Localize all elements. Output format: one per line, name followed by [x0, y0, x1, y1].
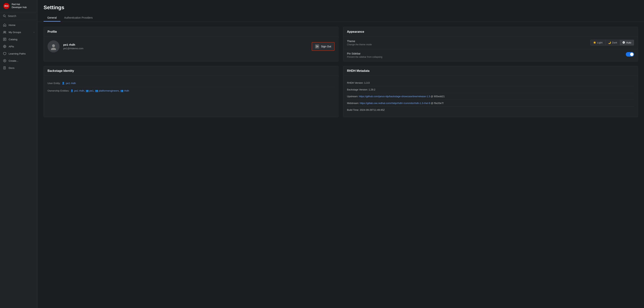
sidebar-item-apis[interactable]: APIs — [0, 43, 37, 50]
svg-point-19 — [51, 48, 56, 50]
theme-buttons: ☀️ Light 🌙 Dark 🅐 Auto — [590, 40, 634, 46]
search-item[interactable]: Search — [0, 12, 37, 20]
sidebar-item-docs[interactable]: Docs — [0, 64, 37, 71]
search-label: Search — [8, 15, 16, 18]
svg-point-5 — [5, 31, 6, 32]
backstage-identity-body: User Entity: 👤 pe1 rhdh Ownership Entiti… — [44, 76, 338, 98]
rhdh-metadata-card: RHDH Metadata RHDH Version: 1.3.0 Backst… — [343, 66, 638, 117]
pin-sidebar-text: Pin Sidebar Prevent the sidebar from col… — [347, 52, 382, 58]
theme-label: Theme — [347, 40, 372, 43]
group-icon-3: 👥 — [120, 89, 123, 92]
svg-point-4 — [4, 31, 5, 32]
tabs: General Authentication Providers — [44, 14, 638, 22]
rhdh-metadata-body: RHDH Version: 1.3.0 Backstage Version: 1… — [343, 76, 638, 117]
svg-text:RH: RH — [4, 5, 8, 8]
theme-row: Theme Change the theme mode ☀️ Light 🌙 D… — [343, 37, 638, 49]
pin-sidebar-row: Pin Sidebar Prevent the sidebar from col… — [343, 49, 638, 61]
user-entity-link[interactable]: pe1 rhdh — [66, 82, 76, 85]
api-icon — [3, 45, 6, 48]
theme-text: Theme Change the theme mode — [347, 40, 372, 46]
nav-home-label: Home — [9, 24, 16, 27]
profile-card-header: Profile — [44, 27, 338, 37]
meta-build-time: Build Time: 2024-09-26T11:49:45Z — [347, 107, 634, 113]
docs-icon — [3, 66, 6, 70]
profile-name: pe1 rhdh — [63, 43, 334, 46]
sidebar-nav: Home My Groups › Catalog — [0, 20, 37, 308]
nav-create-label: Create... — [9, 59, 18, 62]
svg-rect-20 — [316, 45, 317, 48]
profile-row: pe1 rhdh pe1@rhdemo.com Sign Out — [48, 40, 334, 53]
page-title: Settings — [44, 5, 638, 11]
group-icon — [3, 31, 6, 34]
profile-info: pe1 rhdh pe1@rhdemo.com — [63, 43, 334, 50]
logo-title: Red Hat — [12, 3, 27, 6]
ownership-rhdh-link[interactable]: rhdh — [124, 89, 129, 92]
main-content: Settings General Authentication Provider… — [38, 0, 644, 308]
meta-upstream: Upstream: https://github.com/janus-idp/b… — [347, 93, 634, 100]
pin-sidebar-label: Pin Sidebar — [347, 52, 382, 55]
sidebar-item-catalog[interactable]: Catalog — [0, 36, 37, 43]
ownership-entities: 👤 pe1 rhdh, 👥 pe1, 👥 platformengineers, … — [70, 89, 129, 92]
pin-sidebar-description: Prevent the sidebar from collapsing — [347, 56, 382, 58]
nav-docs-label: Docs — [9, 67, 14, 69]
redhat-logo: RH — [3, 3, 10, 10]
theme-light-label: Light — [597, 41, 602, 44]
pin-sidebar-toggle[interactable] — [626, 52, 634, 57]
ownership-label: Ownership Entities: — [48, 89, 69, 92]
avatar — [48, 40, 60, 53]
appearance-card-header: Appearance — [343, 27, 638, 37]
ownership-pe1rhdh-link[interactable]: pe1 rhdh — [74, 89, 84, 92]
svg-line-3 — [5, 17, 6, 17]
theme-dark-button[interactable]: 🌙 Dark — [605, 40, 620, 45]
user-entity-icon: 👤 — [62, 82, 65, 85]
logo-subtitle: Developer Hub — [12, 6, 27, 9]
sidebar: RH Red Hat Developer Hub Search Home — [0, 0, 38, 308]
sidebar-item-my-groups[interactable]: My Groups › — [0, 29, 37, 36]
ownership-pe1-link[interactable]: pe1 — [89, 89, 94, 92]
search-icon — [3, 15, 6, 18]
ownership-platformengineers-link[interactable]: platformengineers — [98, 89, 119, 92]
user-icon-1: 👤 — [70, 89, 74, 92]
theme-light-button[interactable]: ☀️ Light — [590, 40, 605, 45]
profile-email: pe1@rhdemo.com — [63, 47, 334, 50]
upstream-link[interactable]: https://github.com/janus-idp/backstage-s… — [359, 95, 430, 98]
theme-dark-label: Dark — [612, 41, 617, 44]
learning-icon — [3, 52, 6, 55]
sidebar-item-learning-paths[interactable]: Learning Paths — [0, 50, 37, 57]
sidebar-item-create[interactable]: Create... — [0, 57, 37, 64]
nav-apis-label: APIs — [9, 45, 14, 48]
chevron-icon: › — [34, 31, 34, 33]
catalog-icon — [3, 38, 6, 41]
signout-icon — [315, 44, 319, 49]
moon-icon: 🌙 — [608, 41, 611, 44]
theme-description: Change the theme mode — [347, 43, 372, 46]
page-header: Settings General Authentication Provider… — [38, 0, 644, 22]
user-entity-label: User Entity: — [48, 82, 61, 85]
meta-midstream: Midstream: https://gitlab.cee.redhat.com… — [347, 100, 634, 107]
sun-icon: ☀️ — [593, 41, 596, 44]
signout-popup[interactable]: Sign Out — [312, 42, 334, 51]
profile-card-body: pe1 rhdh pe1@rhdemo.com Sign Out — [44, 37, 338, 56]
theme-auto-label: Auto — [626, 41, 631, 44]
create-icon — [3, 59, 6, 62]
backstage-identity-card: Backstage Identity User Entity: 👤 pe1 rh… — [44, 66, 338, 117]
meta-backstage-version: Backstage Version: 1.29.2 — [347, 86, 634, 93]
ownership-entities-row: Ownership Entities: 👤 pe1 rhdh, 👥 pe1, 👥… — [48, 87, 334, 94]
meta-rhdh-version: RHDH Version: 1.3.0 — [347, 80, 634, 86]
group-icon-2: 👥 — [95, 89, 98, 92]
tab-authentication-providers[interactable]: Authentication Providers — [60, 14, 96, 22]
appearance-card: Appearance Theme Change the theme mode ☀… — [343, 27, 638, 62]
user-avatar-icon — [50, 43, 57, 50]
home-icon — [3, 23, 6, 27]
midstream-link[interactable]: https://gitlab.cee.redhat.com/rhidp/rhdh… — [360, 102, 430, 105]
sidebar-item-home[interactable]: Home — [0, 22, 37, 29]
backstage-identity-header: Backstage Identity — [44, 66, 338, 76]
tab-general[interactable]: General — [44, 14, 60, 22]
user-entity-row: User Entity: 👤 pe1 rhdh — [48, 80, 334, 87]
auto-icon: 🅐 — [622, 41, 625, 44]
theme-auto-button[interactable]: 🅐 Auto — [620, 40, 634, 45]
signout-label[interactable]: Sign Out — [321, 45, 331, 48]
group-icon-1: 👥 — [86, 89, 88, 92]
settings-content: Profile pe1 rhdh pe1@rhdemo.com — [38, 22, 644, 122]
rhdh-metadata-header: RHDH Metadata — [343, 66, 638, 76]
